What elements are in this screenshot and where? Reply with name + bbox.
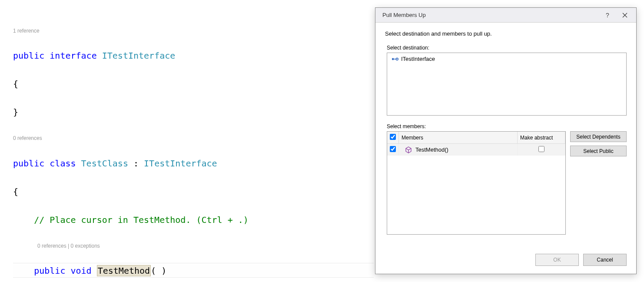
base-type-name: ITestInterface — [144, 158, 217, 169]
abstract-checkbox[interactable] — [538, 146, 544, 152]
method-icon — [405, 146, 412, 153]
interface-icon — [392, 56, 398, 62]
type-name: ITestInterface — [102, 50, 176, 61]
keyword-public: public — [34, 265, 65, 276]
code-editor[interactable]: 1 reference public interface ITestInterf… — [0, 0, 374, 282]
cancel-button[interactable]: Cancel — [583, 254, 627, 266]
codelens-interface[interactable]: 1 reference — [13, 28, 374, 34]
close-button[interactable] — [616, 9, 634, 22]
dialog-body: Select destination and members to pull u… — [375, 23, 636, 248]
svg-point-2 — [396, 58, 398, 60]
close-icon — [622, 13, 627, 18]
parens: ( ) — [151, 265, 166, 276]
select-dependents-button[interactable]: Select Dependents — [570, 131, 627, 142]
codelens-class[interactable]: 0 references — [13, 135, 374, 141]
dialog-title: Pull Members Up — [382, 12, 599, 18]
select-all-checkbox[interactable] — [390, 134, 396, 140]
keyword-class: class — [50, 158, 76, 169]
column-header-members[interactable]: Members — [399, 132, 518, 144]
keyword-public: public — [13, 158, 44, 169]
keyword-void: void — [70, 265, 91, 276]
destination-item[interactable]: ITestInterface — [391, 55, 623, 63]
pull-members-up-dialog: Pull Members Up ? Select destination and… — [375, 7, 637, 274]
comment: // Place cursor in TestMethod. (Ctrl + .… — [34, 215, 249, 225]
destination-list[interactable]: ITestInterface — [387, 53, 627, 116]
table-row[interactable]: TestMethod() — [387, 144, 565, 156]
keyword-interface: interface — [50, 50, 96, 61]
type-name: TestClass — [81, 158, 128, 169]
destination-item-label: ITestInterface — [401, 56, 435, 62]
colon: : — [133, 158, 139, 169]
codelens-method[interactable]: 0 references | 0 exceptions — [37, 243, 374, 249]
dialog-footer: OK Cancel — [375, 248, 636, 274]
current-line-highlight — [13, 263, 374, 278]
keyword-public: public — [13, 50, 44, 61]
member-checkbox[interactable] — [390, 146, 396, 152]
brace: } — [13, 105, 374, 119]
member-name: TestMethod() — [415, 146, 448, 153]
ok-button[interactable]: OK — [535, 254, 579, 266]
select-public-button[interactable]: Select Public — [570, 146, 627, 156]
help-icon: ? — [606, 12, 609, 19]
svg-point-0 — [392, 58, 394, 60]
dialog-titlebar[interactable]: Pull Members Up ? — [375, 8, 636, 23]
instruction-text: Select destination and members to pull u… — [385, 30, 627, 37]
members-label: Select members: — [387, 123, 627, 129]
column-header-abstract[interactable]: Make abstract — [518, 132, 565, 144]
brace: { — [13, 77, 374, 91]
members-table[interactable]: Members Make abstract — [387, 131, 566, 235]
help-button[interactable]: ? — [599, 9, 616, 22]
destination-label: Select destination: — [387, 45, 627, 51]
method-name-highlighted: TestMethod — [97, 265, 151, 276]
brace: { — [13, 185, 374, 199]
